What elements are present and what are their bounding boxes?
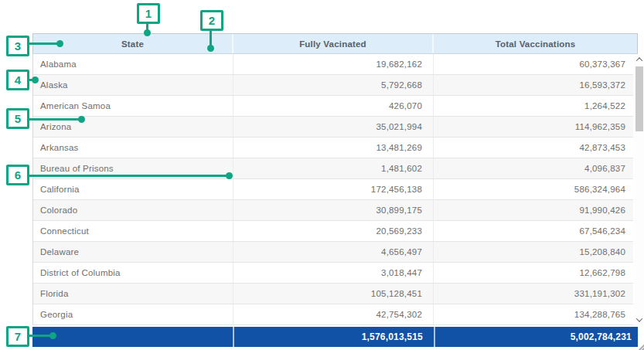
state-cell: Connecticut — [33, 221, 233, 241]
table-row[interactable]: Connecticut 20,569,233 67,546,234 — [33, 221, 633, 242]
callout-2: 2 — [200, 10, 223, 31]
state-cell: Alabama — [33, 54, 233, 74]
table-row[interactable]: American Samoa 426,070 1,264,522 — [33, 96, 633, 117]
page: State Fully Vacinated Total Vaccinations… — [0, 0, 644, 350]
scroll-down-button[interactable] — [634, 314, 644, 325]
fully-vaccinated-cell: 20,569,233 — [233, 221, 434, 241]
scroll-up-button[interactable] — [634, 54, 644, 65]
fully-vaccinated-cell: 3,018,447 — [233, 263, 434, 283]
totals-row: 1,576,013,515 5,002,784,231 — [32, 327, 638, 347]
column-header-fully-vaccinated[interactable]: Fully Vacinated — [233, 34, 434, 53]
callout-4: 4 — [6, 70, 29, 90]
resize-grip-icon[interactable] — [638, 344, 644, 350]
callout-6: 6 — [6, 165, 29, 185]
totals-state-cell — [32, 327, 233, 347]
total-vaccinations-cell: 60,373,367 — [434, 54, 633, 74]
total-vaccinations-cell: 42,873,453 — [434, 138, 633, 158]
fully-vaccinated-cell: 4,656,497 — [233, 242, 434, 262]
chevron-down-icon — [636, 315, 642, 321]
fully-vaccinated-cell: 42,754,302 — [233, 304, 434, 325]
table-row[interactable]: District of Columbia 3,018,447 12,662,79… — [33, 263, 633, 284]
scrollbar-thumb[interactable] — [635, 66, 643, 131]
totals-fully-vaccinated: 1,576,013,515 — [233, 327, 434, 347]
state-cell: Alaska — [33, 75, 233, 95]
callout-5-line — [28, 118, 81, 121]
fully-vaccinated-cell: 19,682,162 — [233, 54, 434, 74]
table-row[interactable]: Florida 105,128,451 331,191,302 — [33, 284, 633, 304]
fully-vaccinated-cell: 35,021,994 — [233, 117, 434, 137]
fully-vaccinated-cell: 30,899,175 — [233, 200, 434, 220]
callout-5: 5 — [6, 108, 29, 129]
table-row[interactable]: Delaware 4,656,497 15,208,840 — [33, 242, 633, 263]
fully-vaccinated-cell: 1,481,602 — [233, 158, 434, 178]
state-cell: Georgia — [33, 304, 233, 325]
state-cell: Arkansas — [33, 138, 233, 158]
callout-3: 3 — [6, 36, 29, 56]
scrollbar-track[interactable] — [634, 65, 644, 314]
fully-vaccinated-cell: 5,792,668 — [233, 75, 434, 95]
fully-vaccinated-cell: 105,128,451 — [233, 284, 434, 304]
state-cell: Delaware — [33, 242, 233, 262]
total-vaccinations-cell: 67,546,234 — [434, 221, 633, 241]
table-row[interactable]: Arkansas 13,481,269 42,873,453 — [33, 138, 633, 158]
total-vaccinations-cell: 114,962,359 — [434, 117, 633, 137]
total-vaccinations-cell: 4,096,837 — [434, 158, 633, 178]
fully-vaccinated-cell: 426,070 — [233, 96, 434, 116]
callout-7: 7 — [6, 326, 29, 347]
state-cell: California — [33, 179, 233, 199]
total-vaccinations-cell: 16,593,372 — [434, 75, 633, 95]
total-vaccinations-cell: 331,191,302 — [434, 284, 633, 304]
callout-6-line — [28, 175, 229, 177]
callout-1: 1 — [137, 3, 160, 24]
total-vaccinations-cell: 12,662,798 — [434, 263, 633, 283]
callout-6-dot — [226, 172, 233, 179]
total-vaccinations-cell: 134,288,765 — [434, 304, 633, 325]
state-cell: Colorado — [33, 200, 233, 220]
data-table: State Fully Vacinated Total Vaccinations… — [32, 33, 643, 348]
totals-total-vaccinations: 5,002,784,231 — [434, 327, 638, 347]
chevron-up-icon — [636, 57, 642, 63]
callout-2-dot — [207, 45, 214, 52]
column-header-total-vaccinations[interactable]: Total Vaccinations — [434, 34, 637, 53]
state-cell: District of Columbia — [33, 263, 233, 283]
callout-3-line — [28, 42, 60, 45]
total-vaccinations-cell: 91,990,426 — [434, 200, 633, 220]
table-row[interactable]: California 172,456,138 586,324,964 — [33, 179, 633, 200]
state-cell: Florida — [33, 284, 233, 304]
callout-5-dot — [78, 116, 85, 123]
table-row[interactable]: Colorado 30,899,175 91,990,426 — [33, 200, 633, 221]
table-row[interactable]: Alabama 19,682,162 60,373,367 — [33, 54, 633, 75]
callout-7-dot — [49, 332, 56, 339]
table-body: Alabama 19,682,162 60,373,367 Alaska 5,7… — [32, 54, 633, 325]
table-row[interactable]: Arizona 35,021,994 114,962,359 — [33, 117, 633, 138]
fully-vaccinated-cell: 172,456,138 — [233, 179, 434, 199]
state-cell: American Samoa — [33, 96, 233, 116]
table-header-row: State Fully Vacinated Total Vaccinations — [32, 33, 638, 54]
total-vaccinations-cell: 586,324,964 — [434, 179, 633, 199]
callout-1-dot — [144, 29, 151, 36]
total-vaccinations-cell: 15,208,840 — [434, 242, 633, 262]
callout-4-dot — [32, 76, 39, 83]
callout-3-dot — [56, 40, 63, 47]
table-row[interactable]: Georgia 42,754,302 134,288,765 — [33, 304, 633, 325]
fully-vaccinated-cell: 13,481,269 — [233, 138, 434, 158]
vertical-scrollbar[interactable] — [634, 54, 644, 325]
total-vaccinations-cell: 1,264,522 — [434, 96, 633, 116]
table-row[interactable]: Alaska 5,792,668 16,593,372 — [33, 75, 633, 96]
